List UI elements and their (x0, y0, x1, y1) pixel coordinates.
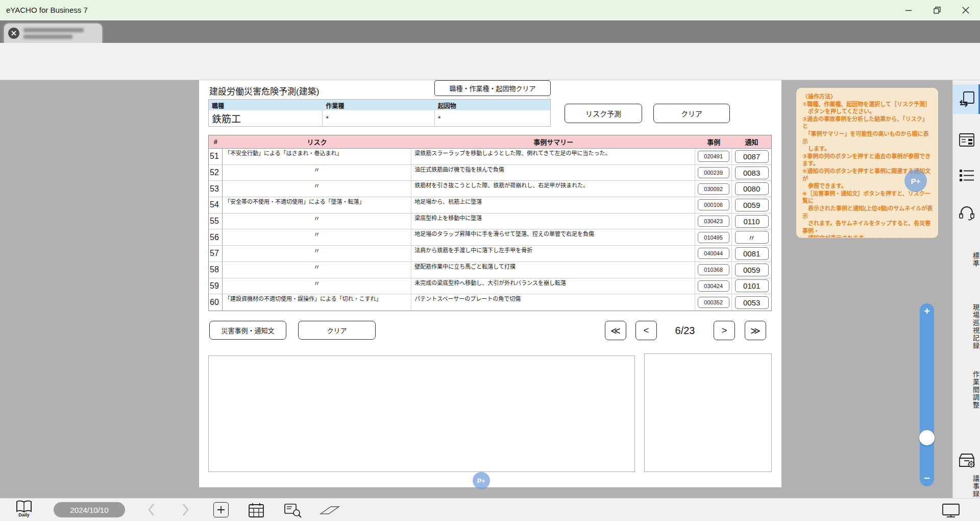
prev-date-icon[interactable] (147, 503, 155, 517)
risk-predict-button[interactable]: リスク予測 (565, 104, 642, 123)
case-notice-button[interactable]: 災害事例・通知文 (209, 321, 286, 340)
page-title: 建設労働災害危険予測(建築) (209, 84, 319, 97)
main-toolbar: 2024-10-1014:14 湧田鉄筋 労働災害危険予測(建築) 見る 指す … (0, 43, 980, 80)
notice-button[interactable]: 0080 (735, 182, 769, 195)
notice-button[interactable]: 0053 (735, 296, 769, 309)
case-button[interactable]: 000106 (698, 199, 729, 210)
sidebar-item-forms[interactable] (953, 127, 980, 153)
table-row: 56 〃 地足場のタラップ昇降中に手を滑らせて墜落、控えの単管で右足を負傷 01… (209, 229, 771, 246)
clear-criteria-button[interactable]: クリア (653, 104, 730, 123)
case-button[interactable]: 000352 (698, 297, 729, 308)
row-num: 58 (209, 262, 223, 278)
row-risk: 「不安全行動」による「はさまれ・巻込まれ」 (223, 149, 411, 164)
table-row: 55 〃 梁底型枠上を移動中に墜落 030423 0110 (209, 214, 771, 230)
sidebar-item-support[interactable] (953, 200, 980, 226)
notice-button[interactable]: 0110 (735, 215, 769, 228)
notice-button[interactable]: 0083 (735, 167, 769, 179)
daily-notebook-button[interactable]: Daily (15, 500, 33, 517)
notice-button[interactable]: 〃 (735, 231, 769, 244)
case-button[interactable]: 040044 (698, 248, 729, 259)
instructions-text: 〈操作方法〉 ①職種、作業種、起因物を選択して［リスク予測］ ボタンを押してくだ… (802, 93, 933, 238)
row-risk: 〃 (223, 246, 411, 262)
table-row: 51 「不安全行動」による「はさまれ・巻込まれ」 梁鉄筋スラーラップを移動しよう… (209, 149, 771, 165)
zoom-in-icon[interactable]: + (920, 305, 934, 317)
next-page-button[interactable]: > (714, 321, 735, 340)
case-button[interactable]: 030424 (698, 280, 729, 292)
row-summary: 鉄筋材を引き抜こうとした際、鉄筋が荷崩れし、右足甲が挟まれた。 (411, 181, 695, 197)
row-num: 55 (209, 214, 223, 229)
case-button[interactable]: 010495 (698, 232, 729, 243)
zoom-slider[interactable]: + − (920, 303, 934, 486)
tab-title-redacted (23, 28, 84, 39)
instructions-panel: 〈操作方法〉 ①職種、作業種、起因物を選択して［リスク予測］ ボタンを押してくだ… (796, 88, 938, 238)
zoom-slider-knob[interactable] (919, 430, 935, 445)
sidebar-item-settings-drawer[interactable] (953, 449, 980, 471)
table-row: 52 〃 油圧式鉄筋曲げ機で指を挟んで負傷 000239 0083 (209, 165, 771, 181)
case-button[interactable]: 020491 (698, 151, 729, 162)
notes-area-right[interactable] (644, 353, 772, 472)
note-tab[interactable] (4, 23, 102, 43)
table-row: 58 〃 壁配筋作業中に立ち馬ごと転落して打撲 010368 0059 (209, 262, 771, 278)
bottom-bar: Daily 2024/10/10 (0, 498, 980, 521)
notice-button[interactable]: 0081 (735, 247, 769, 260)
sidebar-item-page-switch[interactable] (953, 84, 980, 114)
form-value-occupation[interactable]: 鉄筋工 (209, 110, 323, 126)
notice-button[interactable]: 0087 (735, 150, 769, 163)
sidebar-tab-minutes[interactable]: 議事録 (953, 475, 980, 498)
row-num: 56 (209, 229, 223, 245)
headset-icon (958, 205, 975, 221)
zoom-out-icon[interactable]: − (920, 472, 934, 484)
page-search-icon[interactable] (284, 503, 302, 518)
notes-area-left[interactable] (208, 356, 635, 472)
prev-page-button[interactable]: < (635, 321, 657, 340)
row-summary: 油圧式鉄筋曲げ機で指を挟んで負傷 (411, 165, 695, 181)
row-summary: 法肩から鉄筋を手渡し中に落下し左手甲を骨折 (411, 246, 695, 262)
note-page[interactable]: 建設労働災害危険予測(建築) 職種・作業種・起因物クリア 職種 作業種 起因物 … (199, 80, 781, 487)
line-tool-icon[interactable] (320, 506, 340, 515)
row-risk: 「建設資機材の不適切使用・誤操作」による「切れ・こすれ」 (223, 294, 411, 311)
date-pill[interactable]: 2024/10/10 (54, 502, 125, 517)
risk-table-header: # リスク 事例サマリー 事例 通知 (209, 135, 771, 149)
form-value-cause[interactable]: * (435, 110, 550, 126)
add-page-button[interactable] (213, 502, 229, 517)
row-num: 53 (209, 181, 223, 197)
next-date-icon[interactable] (182, 503, 190, 517)
case-button[interactable]: 030423 (698, 216, 729, 227)
table-row: 60 「建設資機材の不適切使用・誤操作」による「切れ・こすれ」 パテントスペーサ… (209, 294, 771, 311)
panel-plus-badge[interactable]: P+ (904, 170, 927, 192)
header-risk: リスク (223, 135, 411, 148)
clear-selection-button[interactable]: 職種・作業種・起因物クリア (434, 80, 551, 96)
sidebar-tab-standard[interactable]: 標準 (953, 245, 980, 275)
form-value-worktype[interactable]: * (323, 110, 434, 126)
notice-button[interactable]: 0101 (735, 279, 769, 292)
settings-drawer-icon (958, 452, 975, 468)
sidebar-tab-work-coordination[interactable]: 作業間調整 (953, 364, 980, 415)
row-summary: 未完成の梁底型枠へ移動し、大引が外れバランスを崩し転落 (411, 278, 695, 294)
clear-results-button[interactable]: クリア (298, 321, 376, 340)
row-summary: 梁底型枠上を移動中に墜落 (411, 214, 695, 229)
close-button[interactable] (951, 0, 980, 20)
case-button[interactable]: 030092 (698, 183, 729, 195)
tab-close-icon[interactable] (8, 28, 19, 39)
minimize-button[interactable] (894, 0, 923, 20)
row-risk: 〃 (223, 278, 411, 294)
notice-button[interactable]: 0059 (735, 199, 769, 211)
case-button[interactable]: 010368 (698, 264, 729, 275)
page-switch-icon (959, 91, 975, 107)
first-page-button[interactable]: ≪ (605, 321, 626, 340)
header-summary: 事例サマリー (411, 135, 695, 148)
case-button[interactable]: 000239 (698, 167, 729, 178)
sidebar-item-list[interactable] (953, 163, 980, 188)
header-notice: 通知 (732, 135, 771, 148)
restore-button[interactable] (923, 0, 951, 20)
table-row: 57 〃 法肩から鉄筋を手渡し中に落下し左手甲を骨折 040044 0081 (209, 246, 771, 262)
page-plus-badge[interactable]: P+ (473, 472, 490, 489)
notice-button[interactable]: 0059 (735, 264, 769, 276)
table-row: 54 「安全帯の不使用・不適切使用」による「墜落・転落」 地足場から、杭筋上に墜… (209, 197, 771, 214)
last-page-button[interactable]: ≫ (745, 321, 766, 340)
form-tool-icon (959, 132, 975, 148)
sidebar-tab-site-patrol[interactable]: 現場巡視記録 (953, 297, 980, 356)
row-num: 52 (209, 165, 223, 181)
presentation-display-icon[interactable] (942, 503, 960, 518)
calendar-icon[interactable] (248, 503, 264, 518)
